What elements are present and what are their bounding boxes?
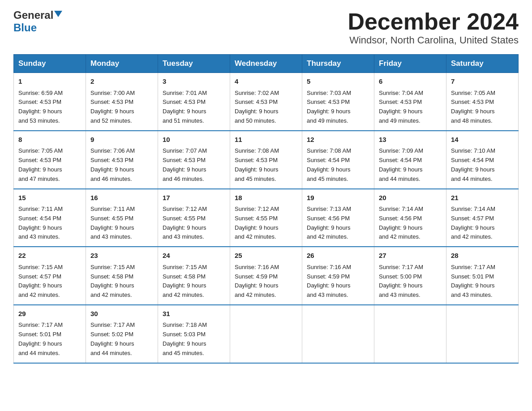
day-info: Sunrise: 7:05 AMSunset: 4:53 PMDaylight:… [451, 89, 514, 126]
calendar-cell: 25Sunrise: 7:16 AMSunset: 4:59 PMDayligh… [230, 247, 302, 305]
day-header-wednesday: Wednesday [230, 55, 302, 73]
day-info: Sunrise: 7:17 AMSunset: 5:01 PMDaylight:… [451, 263, 514, 300]
day-number: 8 [18, 135, 81, 145]
calendar-table: SundayMondayTuesdayWednesdayThursdayFrid… [13, 54, 519, 363]
calendar-cell: 16Sunrise: 7:11 AMSunset: 4:55 PMDayligh… [86, 189, 158, 247]
day-header-thursday: Thursday [302, 55, 374, 73]
day-number: 18 [235, 193, 297, 203]
day-info: Sunrise: 7:15 AMSunset: 4:58 PMDaylight:… [90, 263, 153, 300]
day-info: Sunrise: 7:15 AMSunset: 4:58 PMDaylight:… [163, 263, 225, 300]
day-info: Sunrise: 7:14 AMSunset: 4:57 PMDaylight:… [451, 205, 514, 242]
day-number: 23 [90, 251, 153, 261]
day-info: Sunrise: 7:12 AMSunset: 4:55 PMDaylight:… [163, 205, 225, 242]
day-header-monday: Monday [86, 55, 158, 73]
day-info: Sunrise: 7:02 AMSunset: 4:53 PMDaylight:… [235, 89, 297, 126]
logo-general-text: General [13, 9, 53, 21]
day-info: Sunrise: 7:07 AMSunset: 4:53 PMDaylight:… [163, 146, 225, 184]
days-of-week-row: SundayMondayTuesdayWednesdayThursdayFrid… [14, 55, 519, 73]
day-number: 4 [235, 77, 297, 87]
logo-blue-text: Blue [13, 21, 37, 34]
day-number: 1 [18, 77, 81, 87]
calendar-cell [374, 305, 446, 363]
calendar-cell: 31Sunrise: 7:18 AMSunset: 5:03 PMDayligh… [158, 305, 230, 363]
day-number: 10 [163, 135, 225, 145]
day-number: 31 [163, 309, 225, 319]
day-number: 28 [451, 251, 514, 261]
day-number: 27 [379, 251, 442, 261]
calendar-cell: 5Sunrise: 7:03 AMSunset: 4:53 PMDaylight… [302, 73, 374, 131]
calendar-week-3: 15Sunrise: 7:11 AMSunset: 4:54 PMDayligh… [14, 189, 519, 247]
day-number: 11 [235, 135, 297, 145]
calendar-week-4: 22Sunrise: 7:15 AMSunset: 4:57 PMDayligh… [14, 247, 519, 305]
day-number: 29 [18, 309, 81, 319]
calendar-week-1: 1Sunrise: 6:59 AMSunset: 4:53 PMDaylight… [14, 73, 519, 131]
day-number: 21 [451, 193, 514, 203]
day-info: Sunrise: 7:17 AMSunset: 5:01 PMDaylight:… [18, 321, 81, 358]
calendar-cell: 23Sunrise: 7:15 AMSunset: 4:58 PMDayligh… [86, 247, 158, 305]
day-number: 9 [90, 135, 153, 145]
calendar-cell [302, 305, 374, 363]
day-number: 13 [379, 135, 442, 145]
day-info: Sunrise: 7:17 AMSunset: 5:00 PMDaylight:… [379, 263, 442, 300]
day-number: 3 [163, 77, 225, 87]
day-number: 30 [90, 309, 153, 319]
calendar-cell: 30Sunrise: 7:17 AMSunset: 5:02 PMDayligh… [86, 305, 158, 363]
day-info: Sunrise: 7:11 AMSunset: 4:55 PMDaylight:… [90, 205, 153, 242]
calendar-cell [446, 305, 519, 363]
day-number: 2 [90, 77, 153, 87]
calendar-cell: 6Sunrise: 7:04 AMSunset: 4:53 PMDaylight… [374, 73, 446, 131]
day-number: 19 [307, 193, 369, 203]
day-info: Sunrise: 7:05 AMSunset: 4:53 PMDaylight:… [18, 146, 81, 184]
day-number: 5 [307, 77, 369, 87]
calendar-header: SundayMondayTuesdayWednesdayThursdayFrid… [14, 55, 519, 73]
calendar-cell: 28Sunrise: 7:17 AMSunset: 5:01 PMDayligh… [446, 247, 519, 305]
day-number: 15 [18, 193, 81, 203]
logo: General Blue [13, 9, 62, 34]
calendar-cell: 1Sunrise: 6:59 AMSunset: 4:53 PMDaylight… [14, 73, 86, 131]
day-info: Sunrise: 7:08 AMSunset: 4:54 PMDaylight:… [307, 146, 369, 184]
calendar-cell: 7Sunrise: 7:05 AMSunset: 4:53 PMDaylight… [446, 73, 519, 131]
day-number: 22 [18, 251, 81, 261]
calendar-cell: 15Sunrise: 7:11 AMSunset: 4:54 PMDayligh… [14, 189, 86, 247]
day-number: 14 [451, 135, 514, 145]
calendar-cell: 8Sunrise: 7:05 AMSunset: 4:53 PMDaylight… [14, 131, 86, 189]
calendar-cell: 14Sunrise: 7:10 AMSunset: 4:54 PMDayligh… [446, 131, 519, 189]
page-subtitle: Windsor, North Carolina, United States [348, 34, 519, 46]
day-info: Sunrise: 7:16 AMSunset: 4:59 PMDaylight:… [307, 263, 369, 300]
day-number: 25 [235, 251, 297, 261]
day-number: 16 [90, 193, 153, 203]
calendar-cell: 26Sunrise: 7:16 AMSunset: 4:59 PMDayligh… [302, 247, 374, 305]
calendar-week-5: 29Sunrise: 7:17 AMSunset: 5:01 PMDayligh… [14, 305, 519, 363]
calendar-cell: 11Sunrise: 7:08 AMSunset: 4:53 PMDayligh… [230, 131, 302, 189]
calendar-body: 1Sunrise: 6:59 AMSunset: 4:53 PMDaylight… [14, 73, 519, 363]
day-number: 12 [307, 135, 369, 145]
calendar-cell: 19Sunrise: 7:13 AMSunset: 4:56 PMDayligh… [302, 189, 374, 247]
day-info: Sunrise: 7:06 AMSunset: 4:53 PMDaylight:… [90, 146, 153, 184]
calendar-cell: 12Sunrise: 7:08 AMSunset: 4:54 PMDayligh… [302, 131, 374, 189]
page-title: December 2024 [348, 9, 519, 34]
day-number: 24 [163, 251, 225, 261]
logo-triangle-icon [54, 11, 62, 17]
day-header-saturday: Saturday [446, 55, 519, 73]
calendar-cell: 20Sunrise: 7:14 AMSunset: 4:56 PMDayligh… [374, 189, 446, 247]
day-header-tuesday: Tuesday [158, 55, 230, 73]
day-header-sunday: Sunday [14, 55, 86, 73]
day-info: Sunrise: 7:13 AMSunset: 4:56 PMDaylight:… [307, 205, 369, 242]
day-info: Sunrise: 7:00 AMSunset: 4:53 PMDaylight:… [90, 89, 153, 126]
day-number: 26 [307, 251, 369, 261]
title-area: December 2024 Windsor, North Carolina, U… [348, 9, 519, 46]
day-info: Sunrise: 6:59 AMSunset: 4:53 PMDaylight:… [18, 89, 81, 126]
calendar-cell: 22Sunrise: 7:15 AMSunset: 4:57 PMDayligh… [14, 247, 86, 305]
day-info: Sunrise: 7:10 AMSunset: 4:54 PMDaylight:… [451, 146, 514, 184]
calendar-cell: 21Sunrise: 7:14 AMSunset: 4:57 PMDayligh… [446, 189, 519, 247]
calendar-cell: 13Sunrise: 7:09 AMSunset: 4:54 PMDayligh… [374, 131, 446, 189]
day-number: 6 [379, 77, 442, 87]
calendar-cell: 4Sunrise: 7:02 AMSunset: 4:53 PMDaylight… [230, 73, 302, 131]
calendar-cell: 29Sunrise: 7:17 AMSunset: 5:01 PMDayligh… [14, 305, 86, 363]
day-info: Sunrise: 7:16 AMSunset: 4:59 PMDaylight:… [235, 263, 297, 300]
day-info: Sunrise: 7:12 AMSunset: 4:55 PMDaylight:… [235, 205, 297, 242]
day-info: Sunrise: 7:18 AMSunset: 5:03 PMDaylight:… [163, 321, 225, 358]
calendar-cell [230, 305, 302, 363]
calendar-cell: 24Sunrise: 7:15 AMSunset: 4:58 PMDayligh… [158, 247, 230, 305]
calendar-cell: 17Sunrise: 7:12 AMSunset: 4:55 PMDayligh… [158, 189, 230, 247]
